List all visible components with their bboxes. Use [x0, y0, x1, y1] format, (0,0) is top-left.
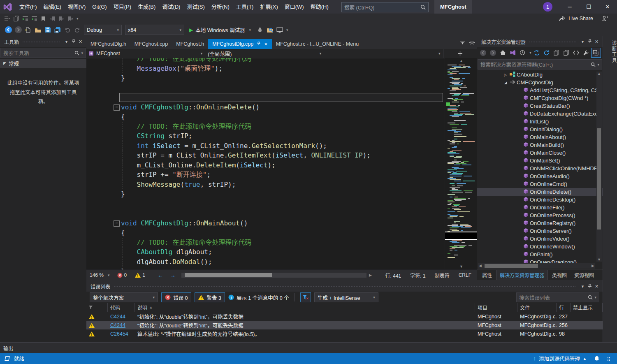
- column-header-文件[interactable]: 文件: [517, 303, 557, 312]
- tree-item-OnOnlineDesktop()[interactable]: OnOnlineDesktop(): [477, 196, 603, 204]
- solution-search-input[interactable]: 搜索解决方案资源管理器(Ctrl+;) ▾: [478, 59, 602, 70]
- vertical-scrollbar[interactable]: ▲ ▼: [596, 72, 602, 262]
- menu-item[interactable]: Git(G): [89, 0, 110, 14]
- editor-errors-indicator[interactable]: 0: [117, 272, 127, 278]
- navigate-forward-icon[interactable]: →: [170, 272, 176, 278]
- toolbar-overflow-icon[interactable]: ▾: [77, 16, 79, 21]
- indent-icon[interactable]: [21, 14, 30, 23]
- column-header-项目[interactable]: 项目: [475, 303, 517, 312]
- toolbar-overflow-icon[interactable]: ▾: [286, 28, 288, 32]
- error-row[interactable]: C26454算术溢出: “-”操作在编译时生成负的无符号结果(io.5)。MFC…: [86, 329, 603, 338]
- bookmark-clear-icon[interactable]: [66, 14, 75, 23]
- platform-dropdown[interactable]: x64▾: [125, 25, 184, 35]
- redo-icon[interactable]: [72, 25, 82, 35]
- tree-item-OnOnlineVideo()[interactable]: OnOnlineVideo(): [477, 235, 603, 243]
- menu-item[interactable]: 分析(N): [208, 0, 233, 14]
- file-search-icon[interactable]: [265, 25, 275, 35]
- preview-icon[interactable]: [561, 48, 571, 57]
- gear-icon[interactable]: [469, 40, 475, 45]
- tab-MFCghost.h[interactable]: MFCghost.h: [172, 39, 208, 49]
- tree-item-OnOnlineWindow()[interactable]: OnOnlineWindow(): [477, 243, 603, 250]
- se-back-icon[interactable]: [479, 48, 488, 57]
- scrollbar-thumb[interactable]: [597, 128, 601, 230]
- tree-item-CMFCghostDlg[interactable]: ◢CMFCghostDlg: [477, 79, 603, 86]
- pending-changes-icon[interactable]: [518, 48, 527, 57]
- outdent-icon[interactable]: [30, 14, 39, 23]
- menu-item[interactable]: 工具(T): [233, 0, 257, 14]
- tree-item-CAboutDlg[interactable]: ▷CAboutDlg: [477, 71, 603, 79]
- tree-item-OnPaint()[interactable]: OnPaint(): [477, 250, 603, 258]
- search-input[interactable]: 搜索 (Ctrl+Q): [341, 2, 429, 12]
- window-position-icon[interactable]: ▾: [579, 284, 586, 289]
- menu-item[interactable]: 生成(B): [135, 0, 159, 14]
- se-forward-icon[interactable]: [489, 48, 498, 57]
- tree-item-OnInitDialog()[interactable]: OnInitDialog(): [477, 125, 603, 133]
- flame-icon[interactable]: [255, 25, 265, 35]
- code-editor[interactable]: // TODO: 在此添加命令处理程序代码 MessageBox("桌面管理")…: [86, 58, 445, 269]
- menu-item[interactable]: 帮助(H): [307, 0, 332, 14]
- nav-member-dropdown[interactable]: ▾: [324, 49, 443, 58]
- start-debugging-button[interactable]: ▶ 本地 Windows 调试器 ▾: [189, 26, 251, 34]
- bookmark-icon[interactable]: [39, 14, 48, 23]
- tree-item-CMFCghostDlg(CWnd *)[interactable]: CMFCghostDlg(CWnd *): [477, 94, 603, 102]
- add-to-source-control-button[interactable]: ↑ 添加到源代码管理 ▲: [533, 355, 587, 362]
- expander-icon[interactable]: ◢: [503, 81, 508, 85]
- pin-icon[interactable]: [70, 39, 77, 44]
- minimize-button[interactable]: ─: [560, 0, 579, 14]
- copy-icon[interactable]: [12, 14, 21, 23]
- live-share-button[interactable]: Live Share: [557, 14, 593, 23]
- warnings-filter-button[interactable]: 警告 3: [195, 292, 225, 302]
- save-icon[interactable]: [43, 25, 53, 35]
- tool-tab-解决方案资源管理器[interactable]: 解决方案资源管理器: [496, 270, 548, 280]
- close-icon[interactable]: ✕: [593, 284, 600, 289]
- window-position-icon[interactable]: ▾: [63, 39, 70, 44]
- window-position-icon[interactable]: ▾: [579, 39, 586, 44]
- navigate-back-icon[interactable]: ←: [158, 272, 163, 278]
- column-header-说明[interactable]: 说明▲: [135, 303, 475, 312]
- copy-icon[interactable]: [552, 48, 561, 57]
- tree-item-OnMainAbout()[interactable]: OnMainAbout(): [477, 133, 603, 141]
- close-icon[interactable]: ✕: [593, 39, 600, 44]
- editor-warnings-indicator[interactable]: 1: [135, 272, 145, 278]
- nav-scope-dropdown[interactable]: MFCghost ▾: [86, 49, 205, 58]
- output-window-tab[interactable]: 输出: [0, 342, 617, 353]
- fold-collapse-icon[interactable]: −: [114, 220, 120, 227]
- scroll-left-icon[interactable]: ◀: [479, 264, 482, 268]
- toolbox-group-general[interactable]: ◤ 常规: [0, 59, 86, 68]
- tab-MFCghost.cpp[interactable]: MFCghost.cpp: [130, 39, 172, 49]
- tab-MFCghostDlg.cpp[interactable]: MFCghostDlg.cpp✕: [208, 39, 271, 49]
- open-folder-icon[interactable]: [33, 25, 43, 35]
- tree-item-OnQueryDragIcon()[interactable]: OnQueryDragIcon(): [477, 258, 603, 263]
- scroll-up-icon[interactable]: ▲: [445, 59, 478, 63]
- scroll-right-icon[interactable]: ▶: [591, 264, 594, 268]
- expander-icon[interactable]: ▷: [503, 73, 508, 77]
- scroll-down-icon[interactable]: ▼: [445, 264, 478, 269]
- active-files-icon[interactable]: [460, 41, 465, 45]
- pin-icon[interactable]: [586, 39, 593, 44]
- toolbox-search-input[interactable]: 搜索工具箱 ▾: [0, 48, 86, 58]
- tool-tab-属性[interactable]: 属性: [479, 270, 495, 280]
- tool-tab-资源视图[interactable]: 资源视图: [571, 270, 597, 280]
- maximize-button[interactable]: ☐: [579, 0, 598, 14]
- horizontal-scrollbar[interactable]: [181, 273, 366, 278]
- search-icon[interactable]: [420, 5, 426, 10]
- tree-item-InitList()[interactable]: InitList(): [477, 118, 603, 125]
- tab-MFCghostDlg.h[interactable]: MFCghostDlg.h: [86, 39, 130, 49]
- column-header-禁止显示[interactable]: 禁止显示: [571, 303, 603, 312]
- menu-item[interactable]: 调试(D): [159, 0, 183, 14]
- menu-item[interactable]: 扩展(X): [257, 0, 281, 14]
- tree-item-OnOnlineAudio()[interactable]: OnOnlineAudio(): [477, 172, 603, 180]
- vs-project-icon[interactable]: [508, 48, 517, 57]
- avatar[interactable]: 1: [543, 2, 552, 12]
- tree-item-OnMainClose()[interactable]: OnMainClose(): [477, 149, 603, 157]
- forward-icon[interactable]: [13, 25, 23, 35]
- tree-item-OnOnlineServer()[interactable]: OnOnlineServer(): [477, 227, 603, 235]
- pin-icon[interactable]: [257, 42, 261, 46]
- menu-item[interactable]: 窗口(W): [281, 0, 307, 14]
- configuration-dropdown[interactable]: Debug▾: [84, 25, 122, 35]
- undo-icon[interactable]: [63, 25, 72, 35]
- wrench-icon[interactable]: [581, 48, 590, 57]
- column-header-行[interactable]: 行: [557, 303, 571, 312]
- tree-item-OnOnlineProcess()[interactable]: OnOnlineProcess(): [477, 211, 603, 219]
- build-intellisense-dropdown[interactable]: 生成 + IntelliSense ▾: [314, 292, 378, 302]
